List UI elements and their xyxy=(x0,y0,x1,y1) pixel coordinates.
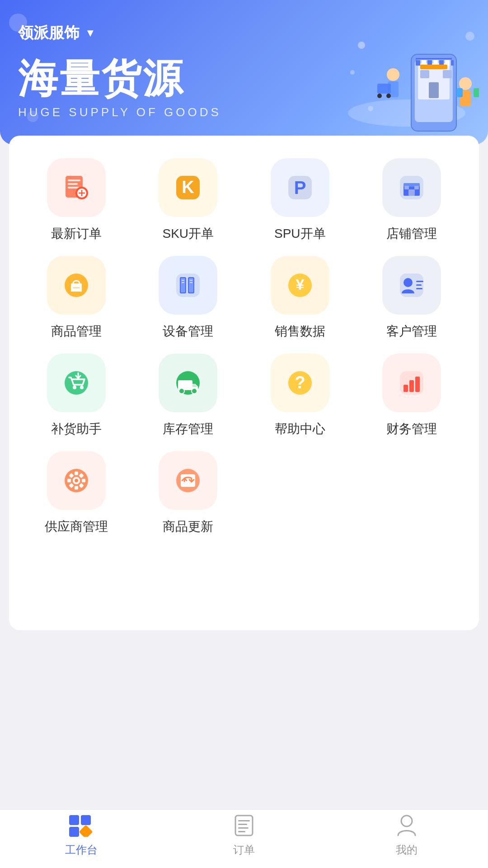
svg-rect-101 xyxy=(238,827,249,829)
nav-item-mine[interactable]: 我的 xyxy=(325,812,488,857)
grid-item-inventory[interactable]: 库存管理 xyxy=(135,354,242,438)
workbench-icon xyxy=(68,812,95,839)
store-name[interactable]: 领派服饰 xyxy=(18,23,80,43)
order-nav-label: 订单 xyxy=(233,843,255,857)
svg-rect-66 xyxy=(65,371,88,395)
dropdown-icon[interactable]: ▼ xyxy=(85,27,96,39)
svg-point-22 xyxy=(459,77,472,90)
grid-item-store-manage[interactable]: 店铺管理 xyxy=(358,158,466,242)
product-update-icon-wrapper xyxy=(159,451,217,510)
svg-rect-58 xyxy=(190,282,192,283)
grid-item-supplier[interactable]: 供 供应商管理 xyxy=(23,451,130,535)
grid-item-finance[interactable]: 财务管理 xyxy=(358,354,466,438)
svg-rect-57 xyxy=(190,280,192,281)
svg-rect-47 xyxy=(414,186,419,189)
svg-rect-85 xyxy=(67,479,71,482)
svg-rect-100 xyxy=(238,824,247,825)
supplier-label: 供应商管理 xyxy=(45,518,108,535)
svg-rect-16 xyxy=(420,65,447,69)
svg-rect-86 xyxy=(82,479,85,482)
sales-data-label: 销售数据 xyxy=(275,323,325,340)
sku-open-icon-wrapper: K xyxy=(159,158,217,217)
svg-rect-63 xyxy=(416,281,423,282)
svg-rect-84 xyxy=(75,486,78,490)
svg-rect-12 xyxy=(451,60,454,66)
svg-text:¥: ¥ xyxy=(296,276,304,293)
grid-item-spu-open[interactable]: P SPU开单 xyxy=(246,158,354,242)
grid-item-customer-manage[interactable]: 客户管理 xyxy=(358,256,466,340)
workbench-nav-label: 工作台 xyxy=(65,843,98,857)
svg-rect-78 xyxy=(409,380,414,392)
inventory-icon-wrapper xyxy=(159,354,217,412)
restock-label: 补货助手 xyxy=(51,420,102,438)
bubble-decoration-1 xyxy=(9,14,27,32)
svg-text:K: K xyxy=(182,178,195,197)
grid-item-product-update[interactable]: 商品更新 xyxy=(135,451,242,535)
mine-icon xyxy=(393,812,420,839)
store-manage-label: 店铺管理 xyxy=(386,225,437,242)
svg-rect-32 xyxy=(68,183,78,185)
svg-point-17 xyxy=(387,68,399,81)
svg-rect-14 xyxy=(420,70,429,78)
svg-point-20 xyxy=(377,94,382,98)
help-label: 帮助中心 xyxy=(275,420,325,438)
bubble-decoration-2 xyxy=(27,111,38,122)
grid-item-device-manage[interactable]: 设备管理 xyxy=(135,256,242,340)
mine-nav-label: 我的 xyxy=(396,843,418,857)
svg-point-68 xyxy=(80,386,84,389)
svg-rect-31 xyxy=(68,179,80,181)
customer-manage-icon-wrapper xyxy=(382,256,441,315)
grid-item-sales-data[interactable]: ¥ 销售数据 xyxy=(246,256,354,340)
banner-illustration xyxy=(334,9,479,136)
nav-item-order[interactable]: 订单 xyxy=(163,812,325,857)
svg-rect-49 xyxy=(73,287,80,288)
svg-point-62 xyxy=(404,278,413,287)
bottom-nav: 工作台 订单 我的 xyxy=(0,809,488,868)
svg-rect-77 xyxy=(404,385,408,392)
svg-point-103 xyxy=(401,816,412,826)
inventory-label: 库存管理 xyxy=(163,420,213,438)
nav-item-workbench[interactable]: 工作台 xyxy=(0,812,163,857)
grid-item-sku-open[interactable]: K SKU开单 xyxy=(135,158,242,242)
device-manage-icon-wrapper xyxy=(159,256,217,315)
product-update-label: 商品更新 xyxy=(163,518,213,535)
svg-rect-79 xyxy=(415,377,420,392)
svg-rect-83 xyxy=(75,472,78,475)
svg-rect-24 xyxy=(456,88,463,97)
svg-rect-94 xyxy=(69,815,79,825)
svg-point-26 xyxy=(358,42,365,49)
sales-data-icon-wrapper: ¥ xyxy=(271,256,329,315)
svg-rect-96 xyxy=(69,827,79,837)
product-manage-icon-wrapper xyxy=(47,256,106,315)
svg-rect-56 xyxy=(182,282,184,283)
restock-icon-wrapper xyxy=(47,354,106,412)
grid-item-help[interactable]: ? 帮助中心 xyxy=(246,354,354,438)
svg-point-72 xyxy=(179,388,184,394)
grid-item-product-manage[interactable]: 商品管理 xyxy=(23,256,130,340)
svg-rect-25 xyxy=(474,88,479,97)
svg-rect-46 xyxy=(404,186,409,189)
svg-rect-102 xyxy=(238,831,245,832)
device-manage-label: 设备管理 xyxy=(163,323,213,340)
grid-item-restock[interactable]: 补货助手 xyxy=(23,354,130,438)
svg-point-28 xyxy=(465,32,474,41)
grid-item-latest-order[interactable]: 最新订单 xyxy=(23,158,130,242)
store-manage-icon-wrapper xyxy=(382,158,441,217)
svg-rect-55 xyxy=(182,280,184,281)
svg-rect-15 xyxy=(443,70,452,78)
svg-point-73 xyxy=(192,388,197,394)
supplier-icon-wrapper: 供 xyxy=(47,451,106,510)
svg-rect-19 xyxy=(377,84,391,94)
content-spacer xyxy=(18,540,470,612)
latest-order-icon-wrapper xyxy=(47,158,106,217)
spu-open-icon-wrapper: P xyxy=(271,158,329,217)
order-icon xyxy=(230,812,258,839)
svg-text:?: ? xyxy=(295,373,305,392)
svg-rect-99 xyxy=(238,820,250,821)
main-content: 最新订单 K SKU开单 P SPU开单 xyxy=(9,136,479,630)
svg-point-21 xyxy=(386,94,391,98)
svg-text:P: P xyxy=(294,178,306,198)
help-icon-wrapper: ? xyxy=(271,354,329,412)
svg-point-67 xyxy=(73,386,76,389)
customer-manage-label: 客户管理 xyxy=(386,323,437,340)
